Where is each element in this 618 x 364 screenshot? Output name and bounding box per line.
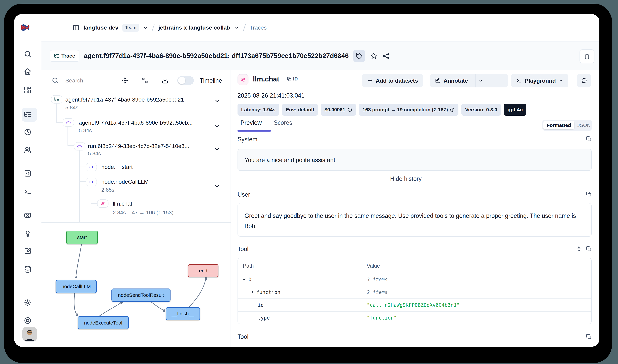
tracing-icon[interactable] <box>24 111 32 119</box>
graph-node-end[interactable]: __end__ <box>188 264 219 277</box>
tokens-badge[interactable]: 168 prompt → 19 completion (Σ 187) <box>359 104 459 116</box>
model-badge[interactable]: gpt-4o <box>504 104 527 116</box>
panel-toggle-icon[interactable] <box>72 24 80 31</box>
trace-header-bar: Trace agent.f9f77d1a-437f-4ba6-890e-b592… <box>41 41 599 70</box>
playground-terminal-icon[interactable] <box>24 188 32 195</box>
delete-trace-button[interactable] <box>579 50 594 63</box>
tab-preview[interactable]: Preview <box>241 119 262 126</box>
column-header-path: Path <box>243 263 254 269</box>
info-icon <box>347 107 352 112</box>
expand-rows-icon[interactable] <box>576 246 582 252</box>
app-window: langfuse-dev Team jetbrains-x-langfuse-c… <box>14 14 599 347</box>
workspace-name[interactable]: langfuse-dev <box>84 24 118 31</box>
breadcrumb: langfuse-dev Team jetbrains-x-langfuse-c… <box>72 14 267 41</box>
comment-bubble-icon <box>581 78 587 84</box>
user-message-text: Greet and say goodbye to the user in the… <box>245 211 583 231</box>
tool-section-heading: Tool <box>238 246 248 252</box>
info-icon <box>450 107 455 112</box>
format-formatted-option[interactable]: Formatted <box>543 121 574 130</box>
prompts-file-code-icon[interactable] <box>24 169 32 177</box>
system-message-text: You are a nice and polite assistant. <box>245 155 337 165</box>
nav-rail <box>14 14 42 347</box>
terminal-icon <box>516 78 522 84</box>
table-row-divider <box>238 311 591 312</box>
path-cell: type <box>258 315 270 321</box>
users-icon[interactable] <box>24 146 32 154</box>
breadcrumb-divider <box>152 24 154 31</box>
trace-title: agent.f9f77d1a-437f-4ba6-890e-b592a50cbd… <box>84 52 349 60</box>
hide-history-link[interactable]: Hide history <box>390 175 422 182</box>
tag-button[interactable] <box>353 50 365 62</box>
observation-timestamp: 2025-08-26 21:41:03.041 <box>238 92 305 99</box>
annotate-chevron-down-icon[interactable] <box>478 78 483 83</box>
annotate-button[interactable]: Annotate <box>430 74 508 87</box>
graph-node-callllm[interactable]: nodeCallLLM <box>56 280 97 293</box>
value-cell: "function" <box>367 315 397 321</box>
bookmark-star-icon[interactable] <box>370 52 377 60</box>
system-message-box: You are a nice and polite assistant. <box>238 149 592 171</box>
copy-icon[interactable] <box>586 246 592 252</box>
copy-icon[interactable] <box>586 334 592 340</box>
observation-tree-panel: Search Timeline agent.f9f77d1a-437f-4ba6… <box>41 70 231 347</box>
workspace-type-badge: Team <box>122 24 139 32</box>
graph-node-start[interactable]: __start__ <box>66 231 98 244</box>
trace-type-badge: Trace <box>50 50 79 62</box>
path-cell: function <box>257 289 281 295</box>
project-chevron-down-icon[interactable] <box>234 25 239 30</box>
annotation-clipboard-pen-icon[interactable] <box>24 247 32 255</box>
graph-edges <box>41 70 231 347</box>
trace-tree-icon <box>54 53 59 59</box>
tool2-section-heading: Tool <box>238 333 248 340</box>
settings-gear-icon[interactable] <box>24 299 32 307</box>
datasets-database-icon[interactable] <box>24 265 32 273</box>
format-json-option[interactable]: JSON <box>574 121 594 130</box>
button-divider <box>475 74 476 87</box>
latency-badge: Latency: 1.94s <box>238 104 279 116</box>
observation-detail-panel: llm.chat ID Add to datasets Annotate Pla… <box>231 70 599 347</box>
workspace-chevron-down-icon[interactable] <box>143 25 148 30</box>
path-cell: id <box>258 302 264 308</box>
copy-icon <box>287 77 292 82</box>
cost-badge[interactable]: $0.00061 <box>321 104 356 116</box>
org-logo-icon <box>20 23 30 32</box>
sessions-clock-icon[interactable] <box>24 128 32 136</box>
search-icon[interactable] <box>24 50 32 58</box>
row-chevron-right-icon[interactable] <box>250 290 255 295</box>
user-avatar[interactable] <box>22 327 37 341</box>
tab-scores[interactable]: Scores <box>274 119 292 126</box>
share-icon[interactable] <box>382 52 390 60</box>
annotate-pen-icon <box>435 78 441 84</box>
llm-pinwheel-icon <box>240 77 246 83</box>
copy-icon[interactable] <box>586 191 592 197</box>
metadata-badges: Latency: 1.94s Env: default $0.00061 168… <box>238 104 526 116</box>
support-lifebuoy-icon[interactable] <box>24 317 32 325</box>
graph-node-executetool[interactable]: nodeExecuteTool <box>78 316 129 329</box>
breadcrumb-divider <box>243 24 246 31</box>
copy-id-button[interactable]: ID <box>287 77 298 82</box>
insights-lightbulb-icon[interactable] <box>24 229 32 237</box>
table-row-divider <box>238 299 591 299</box>
value-cell: "call_n2HaWg9KFP0BZDqXv6G4b3nJ" <box>367 302 460 308</box>
observation-name: llm.chat <box>253 75 279 83</box>
env-badge: Env: default <box>282 104 318 116</box>
graph-node-sendtoolresult[interactable]: nodeSendToolResult <box>111 288 170 302</box>
user-section-heading: User <box>238 191 250 198</box>
dashboards-icon[interactable] <box>24 86 32 94</box>
add-to-datasets-button[interactable]: Add to datasets <box>362 74 423 87</box>
format-toggle[interactable]: Formatted JSON <box>542 120 592 131</box>
breadcrumb-page[interactable]: Traces <box>250 24 267 31</box>
comments-button[interactable] <box>577 74 591 87</box>
plus-icon <box>367 78 373 84</box>
home-icon[interactable] <box>24 68 32 76</box>
value-cell: 3 items <box>367 277 388 282</box>
table-row-divider <box>238 286 591 286</box>
copy-icon[interactable] <box>586 136 592 142</box>
tool-json-table: Path Value 0 3 items function 2 items id… <box>238 258 592 324</box>
tabs-divider <box>231 131 599 131</box>
graph-node-finish[interactable]: __finish__ <box>166 307 200 320</box>
row-chevron-down-icon[interactable] <box>242 277 246 282</box>
evaluation-percent-icon[interactable] <box>24 211 32 219</box>
project-name[interactable]: jetbrains-x-langfuse-collab <box>158 24 230 31</box>
system-section-heading: System <box>238 136 258 143</box>
playground-button[interactable]: Playground <box>511 74 568 87</box>
